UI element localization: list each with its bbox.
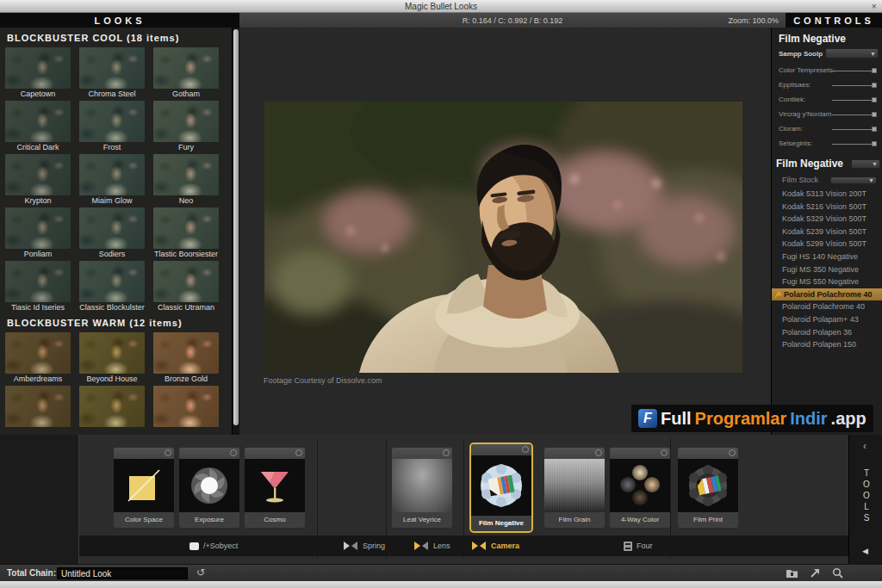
chain-card-cosmo[interactable]: Cosmo xyxy=(245,448,305,528)
look-item[interactable]: Ponliam xyxy=(5,207,71,259)
chain-card-film-grain[interactable]: Film Grain xyxy=(544,448,605,528)
film-stock-dropdown[interactable]: ▼ xyxy=(830,176,877,184)
slider-track[interactable] xyxy=(832,71,875,71)
card-header xyxy=(114,448,174,459)
film-stock-label: Film Stock xyxy=(782,176,818,184)
look-label: Classic Utraman xyxy=(153,302,219,313)
look-item[interactable]: Classic Utraman xyxy=(153,261,219,313)
look-item[interactable]: Sodiers xyxy=(79,207,145,259)
card-label: Film Grain xyxy=(544,512,605,528)
preview-info-bar: R: 0.164 / C: 0.992 / B: 0.192 Zoom: 100… xyxy=(239,13,786,28)
share-arrow-icon[interactable] xyxy=(810,567,821,579)
slider-label: Color Tempresets: xyxy=(779,66,835,74)
card-label: Exposure xyxy=(179,512,239,528)
card-enable-toggle[interactable] xyxy=(661,449,668,456)
scrollbar-thumb[interactable] xyxy=(233,29,239,425)
slider-track[interactable] xyxy=(832,85,875,86)
stock-item[interactable]: Kodak 5216 Vision 500T xyxy=(772,201,882,214)
slider-handle[interactable] xyxy=(872,112,877,117)
look-item[interactable]: Gotham xyxy=(153,47,219,99)
slider-handle[interactable] xyxy=(872,141,877,146)
stock-item[interactable]: Fugi MS 350 Negative xyxy=(772,263,882,276)
stock-item[interactable]: Kodak 5239 Vision 500T xyxy=(772,226,882,238)
chain-card-vignette[interactable]: Leat Veyrice xyxy=(392,448,452,528)
slider-track[interactable] xyxy=(832,129,875,130)
look-item[interactable]: Fury xyxy=(153,101,219,152)
card-enable-toggle[interactable] xyxy=(595,449,602,456)
collapse-triangle-icon[interactable]: ◀ xyxy=(862,547,868,555)
slider-handle[interactable] xyxy=(872,97,877,102)
stock-item[interactable]: Kodak 5299 Vision 500T xyxy=(772,238,882,251)
close-icon[interactable]: × xyxy=(872,0,877,13)
slider-track[interactable] xyxy=(832,100,875,101)
card-enable-toggle[interactable] xyxy=(729,449,736,456)
slider-track[interactable] xyxy=(832,115,875,115)
category-four[interactable]: Four xyxy=(624,535,653,556)
look-item[interactable]: Capetown xyxy=(5,47,71,99)
category-label: Four xyxy=(637,542,653,550)
look-item[interactable] xyxy=(5,386,71,427)
chain-card-4-way-color[interactable]: 4-Way Color xyxy=(610,448,670,528)
chain-card-film-negative[interactable]: Film Negative xyxy=(471,444,531,531)
look-item[interactable]: Amberdreams xyxy=(5,332,71,384)
slider-label: Vircrag y'Nordam xyxy=(779,110,831,118)
search-icon[interactable] xyxy=(832,567,843,579)
look-item[interactable] xyxy=(79,386,145,427)
film-print-icon xyxy=(678,459,738,512)
look-item[interactable] xyxy=(153,386,219,427)
stock-item-selected[interactable]: Polaroid Polachrome 40 xyxy=(772,288,882,301)
stock-section-dropdown[interactable]: ▼ xyxy=(851,159,880,169)
slider-handle[interactable] xyxy=(872,127,877,132)
look-item[interactable]: Tiasic Id Iseries xyxy=(5,261,71,313)
card-enable-toggle[interactable] xyxy=(295,449,302,456)
look-item[interactable]: Krypton xyxy=(5,154,71,206)
section-title: BLOCKBUSTER WARM (12 items) xyxy=(7,318,232,328)
look-item[interactable]: Neo xyxy=(153,154,219,206)
look-item[interactable]: Chroma Steel xyxy=(79,47,145,99)
category-label: Camera xyxy=(491,542,519,550)
look-label: Tiasic Id Iseries xyxy=(5,302,71,313)
slider-track[interactable] xyxy=(832,144,875,145)
stock-item[interactable]: Polaroid Polapen 36 xyxy=(772,326,882,339)
stock-item[interactable]: Kodak 5329 Vision 500T xyxy=(772,213,882,226)
chain-card-film-print[interactable]: Film Print xyxy=(678,448,738,528)
card-enable-toggle[interactable] xyxy=(165,449,171,456)
stock-item[interactable]: Polaroid Polachrome 40 xyxy=(772,300,882,313)
look-item[interactable]: Miaim Glow xyxy=(79,154,145,206)
reset-icon[interactable]: ↺ xyxy=(196,566,205,579)
look-item[interactable]: Tlastic Boorsiester xyxy=(153,207,219,259)
card-enable-toggle[interactable] xyxy=(522,446,529,453)
looks-scrollbar[interactable] xyxy=(233,28,239,437)
card-enable-toggle[interactable] xyxy=(230,449,237,456)
look-item[interactable]: Critical Dark xyxy=(5,101,71,152)
look-item[interactable]: Classic Blockulster xyxy=(79,261,145,313)
category-label: Spring xyxy=(363,542,385,550)
look-label: Neo xyxy=(153,195,219,206)
slider-handle[interactable] xyxy=(872,83,877,88)
folder-icon[interactable] xyxy=(786,567,798,579)
collapse-chevron-icon[interactable]: ‹ xyxy=(863,440,866,452)
look-item[interactable]: Beyond House xyxy=(79,332,145,384)
chevron-down-icon: ▼ xyxy=(868,177,874,183)
stock-item[interactable]: Kodak 5313 Vision 200T xyxy=(772,188,882,201)
chain-card-color-space[interactable]: Color Space xyxy=(114,448,174,528)
window-titlebar[interactable]: Magic Bullet Looks × xyxy=(0,0,882,13)
card-enable-toggle[interactable] xyxy=(443,449,450,456)
category-subject[interactable]: /+Sobyect xyxy=(189,535,238,556)
look-thumbnail xyxy=(5,332,71,374)
slider-handle[interactable] xyxy=(872,68,877,73)
chain-name-input[interactable] xyxy=(57,567,188,579)
stock-item[interactable]: Fugi HS 140 Negative xyxy=(772,251,882,263)
stock-item[interactable]: Fugi MS 550 Negative xyxy=(772,275,882,288)
category-spring[interactable]: Spring xyxy=(343,535,385,556)
chain-card-exposure[interactable]: Exposure xyxy=(179,448,239,528)
watermark: F FullProgramlarIndir.app xyxy=(631,405,873,432)
preview-image[interactable] xyxy=(264,102,742,373)
look-item[interactable]: Bronze Gold xyxy=(153,332,219,384)
stock-item[interactable]: Polaroid Polapen 150 xyxy=(772,338,882,351)
category-lens[interactable]: Lens xyxy=(413,535,450,556)
category-camera[interactable]: Camera xyxy=(471,535,519,556)
tools-tab-label[interactable]: TOOLS xyxy=(862,467,871,523)
look-item[interactable]: Frost xyxy=(79,101,145,152)
stock-item[interactable]: Polaroid Polapam+ 43 xyxy=(772,313,882,326)
